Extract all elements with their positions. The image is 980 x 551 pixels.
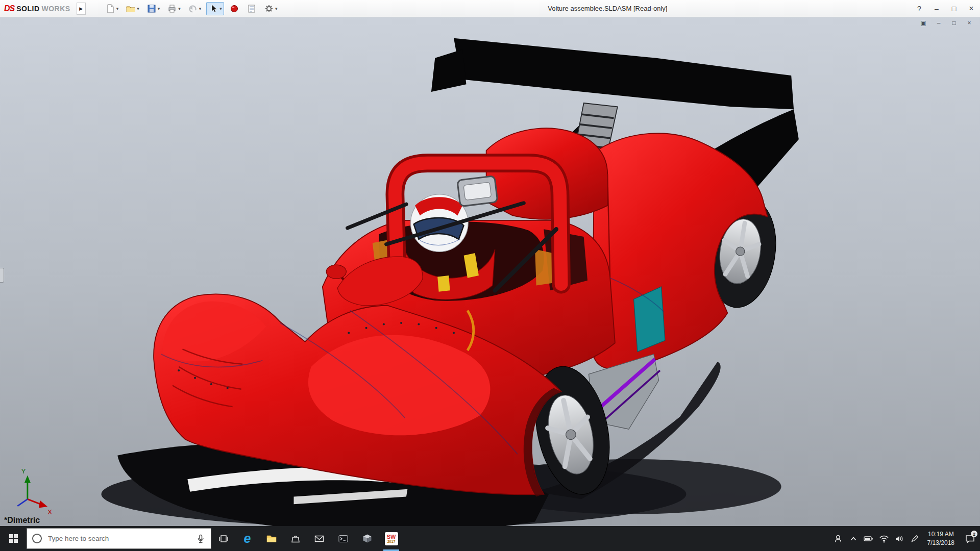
tray-expand-button[interactable] xyxy=(846,526,861,551)
clock-time: 10:19 AM xyxy=(927,530,954,538)
windows-taskbar: e xyxy=(0,526,980,551)
taskbar-search[interactable] xyxy=(27,528,211,549)
solidworks-window: DS SOLIDWORKS ▶ ▾ ▾ ▾ ▾ ▾ xyxy=(0,0,980,551)
mail-icon xyxy=(314,534,325,544)
speaker-icon xyxy=(894,534,904,543)
dropdown-arrow-icon: ▾ xyxy=(158,6,160,11)
doc-restore-button[interactable]: □ xyxy=(949,19,959,27)
clock-date: 7/13/2018 xyxy=(927,539,954,547)
appearance-button[interactable] xyxy=(227,2,241,15)
dropdown-arrow-icon: ▾ xyxy=(116,6,119,11)
view-orientation-label: *Dimetric xyxy=(4,516,40,525)
maximize-button[interactable]: □ xyxy=(945,0,963,17)
3d-scene[interactable]: Y X xyxy=(0,17,980,526)
terminal-icon xyxy=(338,534,349,544)
microphone-icon[interactable] xyxy=(195,534,206,544)
taskbar-terminal-button[interactable] xyxy=(331,526,355,551)
network-button[interactable] xyxy=(876,526,892,551)
taskbar-solidworks-2017-button[interactable]: SW 2017 xyxy=(379,526,403,551)
dropdown-arrow-icon: ▾ xyxy=(199,6,202,11)
cortana-icon xyxy=(32,534,42,543)
search-input[interactable] xyxy=(47,534,190,543)
brand-solid: SOLID xyxy=(16,5,39,13)
open-icon xyxy=(126,4,136,14)
new-document-icon xyxy=(105,4,115,14)
help-button[interactable]: ? xyxy=(911,0,928,17)
doc-close-button[interactable]: × xyxy=(965,19,974,27)
file-properties-button[interactable] xyxy=(244,2,259,15)
undo-icon xyxy=(188,4,198,14)
windows-logo-icon xyxy=(9,534,18,543)
dropdown-arrow-icon: ▾ xyxy=(178,6,181,11)
axis-y-label: Y xyxy=(21,467,26,475)
pen-icon xyxy=(910,534,919,543)
solidworks-2017-icon: SW 2017 xyxy=(385,532,398,545)
battery-icon xyxy=(863,534,874,543)
notification-badge: 2 xyxy=(971,531,977,537)
battery-button[interactable] xyxy=(861,526,876,551)
taskbar-mail-button[interactable] xyxy=(307,526,331,551)
start-button[interactable] xyxy=(0,526,27,551)
chevron-up-icon xyxy=(849,534,858,543)
dropdown-arrow-icon: ▾ xyxy=(137,6,139,11)
panel-splitter-handle[interactable] xyxy=(0,268,4,283)
minimize-button[interactable]: – xyxy=(928,0,945,17)
print-button[interactable]: ▾ xyxy=(165,2,183,15)
file-explorer-icon xyxy=(266,534,277,544)
document-title: Voiture assemblee.SLDASM [Read-only] xyxy=(548,5,667,12)
taskbar-file-explorer-button[interactable] xyxy=(259,526,283,551)
open-button[interactable]: ▾ xyxy=(124,2,141,15)
doc-minimize-button[interactable]: – xyxy=(934,19,943,27)
print-icon xyxy=(167,4,177,14)
wifi-icon xyxy=(879,534,889,543)
people-button[interactable] xyxy=(830,526,846,551)
appearance-icon xyxy=(229,4,239,14)
taskbar-edge-button[interactable]: e xyxy=(235,526,259,551)
doc-pin-button[interactable]: ▣ xyxy=(919,19,928,27)
system-tray: 10:19 AM 7/13/2018 2 xyxy=(830,526,980,551)
title-bar: DS SOLIDWORKS ▶ ▾ ▾ ▾ ▾ ▾ xyxy=(0,0,980,17)
volume-button[interactable] xyxy=(892,526,907,551)
pen-button[interactable] xyxy=(907,526,922,551)
people-icon xyxy=(833,534,843,544)
document-window-controls: ▣ – □ × xyxy=(919,19,974,27)
options-button[interactable]: ▾ xyxy=(262,2,280,15)
close-button[interactable]: × xyxy=(963,0,980,17)
taskbar-solidworks-button[interactable] xyxy=(355,526,379,551)
edge-icon: e xyxy=(244,531,251,546)
save-button[interactable]: ▾ xyxy=(144,2,162,15)
dropdown-arrow-icon: ▾ xyxy=(219,6,222,11)
task-view-icon xyxy=(218,534,229,544)
taskbar-store-button[interactable] xyxy=(283,526,307,551)
solidworks-logo: DS SOLIDWORKS xyxy=(0,4,75,13)
quick-access-toolbar: ▾ ▾ ▾ ▾ ▾ ▾ xyxy=(103,2,280,15)
options-gear-icon xyxy=(264,4,274,14)
save-icon xyxy=(146,4,157,14)
select-tool-button[interactable]: ▾ xyxy=(206,2,224,15)
action-center-button[interactable]: 2 xyxy=(960,526,980,551)
windscreen-box xyxy=(457,176,498,207)
window-controls: ? – □ × xyxy=(911,0,980,17)
dassault-ds-mark: DS xyxy=(4,4,14,13)
select-cursor-icon xyxy=(208,4,218,14)
menu-flyout-button[interactable]: ▶ xyxy=(77,3,86,15)
axis-x-label: X xyxy=(47,508,52,516)
taskbar-clock[interactable]: 10:19 AM 7/13/2018 xyxy=(922,530,960,546)
new-document-button[interactable]: ▾ xyxy=(103,2,121,15)
undo-button[interactable]: ▾ xyxy=(186,2,204,15)
brand-works: WORKS xyxy=(42,5,70,13)
dropdown-arrow-icon: ▾ xyxy=(275,6,278,11)
file-properties-icon xyxy=(247,4,257,14)
solidworks-cube-icon xyxy=(362,533,373,544)
store-bag-icon xyxy=(290,534,301,544)
graphics-area[interactable]: Y X ▣ – □ × *Dimetric xyxy=(0,17,980,526)
task-view-button[interactable] xyxy=(211,526,235,551)
